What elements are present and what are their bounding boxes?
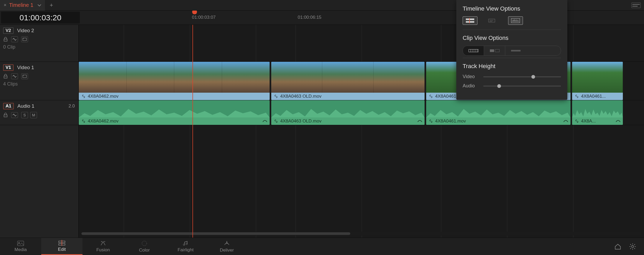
timeline-tab[interactable]: × Timeline 1 — [0, 0, 45, 11]
curve-icon[interactable] — [262, 119, 268, 123]
scrollbar-thumb[interactable] — [81, 232, 350, 235]
color-icon — [141, 240, 148, 247]
nav-fusion[interactable]: Fusion — [82, 238, 124, 255]
auto-select-icon[interactable] — [11, 73, 18, 79]
edit-icon — [58, 240, 65, 246]
simple-view-button[interactable] — [505, 46, 526, 55]
curve-icon[interactable] — [417, 119, 422, 123]
timeline-view-options-popover: Timeline View Options Clip View Options … — [456, 0, 567, 100]
stacked-timeline-button[interactable] — [463, 16, 477, 25]
svg-point-42 — [632, 245, 634, 248]
lock-icon[interactable] — [3, 74, 8, 79]
clip-view-segmented — [463, 46, 561, 56]
track-badge-a1[interactable]: A1 — [3, 103, 14, 109]
media-icon — [17, 241, 24, 246]
audio-clip[interactable]: 4X8A0461.mov — [426, 100, 571, 125]
video-clip[interactable]: 4X8A0463 OLD.mov — [271, 62, 425, 100]
close-icon[interactable]: × — [4, 2, 7, 8]
svg-rect-30 — [511, 50, 521, 51]
svg-point-4 — [23, 39, 24, 39]
nav-color[interactable]: Color — [124, 238, 165, 255]
audio-waveform-button[interactable] — [508, 16, 523, 25]
svg-rect-2 — [632, 6, 638, 7]
horizontal-scrollbar[interactable] — [81, 232, 641, 235]
track-name: Video 1 — [17, 65, 34, 70]
nav-edit[interactable]: Edit — [41, 238, 82, 255]
nav-media[interactable]: Media — [0, 238, 41, 255]
ruler-tick-label: 01:00:06:15 — [298, 15, 321, 20]
home-button[interactable] — [614, 243, 621, 250]
audio-height-label: Audio — [463, 83, 479, 89]
track-enable-icon[interactable] — [21, 73, 28, 79]
svg-point-38 — [102, 242, 103, 243]
svg-rect-3 — [23, 38, 26, 41]
clip-name: 4X8A0461... — [581, 94, 606, 99]
video-clip[interactable]: 4X8A0461... — [572, 62, 623, 100]
curve-icon[interactable] — [615, 119, 621, 123]
track-name: Video 2 — [17, 28, 34, 34]
track-badge-v2[interactable]: V2 — [3, 27, 13, 34]
clip-name: 4X8A0463 OLD.mov — [280, 94, 321, 99]
svg-point-6 — [23, 75, 24, 76]
chevron-down-icon[interactable] — [38, 4, 41, 7]
audio-clip[interactable]: 4X8A0463 OLD.mov — [271, 100, 425, 125]
track-enable-icon[interactable] — [21, 36, 28, 42]
link-icon — [429, 119, 433, 123]
ruler-tick-label: 01:00:03:07 — [192, 15, 216, 20]
popover-section-title: Track Height — [463, 63, 561, 70]
thumbnail-view-button[interactable] — [484, 46, 505, 55]
filmstrip-view-button[interactable] — [463, 46, 484, 55]
svg-point-37 — [104, 241, 105, 242]
track-header-v2[interactable]: V2 Video 2 0 Clip — [0, 25, 79, 62]
playhead-marker-icon[interactable] — [192, 11, 197, 14]
track-badge-v1[interactable]: V1 — [3, 64, 13, 71]
curve-icon[interactable] — [563, 119, 568, 123]
auto-select-icon[interactable] — [11, 36, 18, 42]
channel-config: 2.0 — [68, 103, 75, 109]
mute-button[interactable]: M — [30, 112, 37, 118]
add-timeline-button[interactable]: + — [50, 2, 53, 9]
svg-point-39 — [142, 241, 147, 246]
audio-clip[interactable]: 4X8A... — [572, 100, 623, 125]
svg-rect-29 — [495, 49, 499, 52]
settings-button[interactable] — [629, 243, 636, 250]
svg-rect-1 — [632, 4, 640, 5]
track-headers-panel: V2 Video 2 0 Clip V1 Video 1 4 Clips — [0, 25, 79, 238]
link-icon — [575, 95, 579, 98]
playhead-line[interactable] — [192, 25, 193, 238]
nav-fairlight[interactable]: Fairlight — [165, 238, 206, 255]
link-icon — [81, 119, 86, 123]
fusion-icon — [100, 240, 106, 246]
track-name: Audio 1 — [17, 103, 34, 109]
lock-icon[interactable] — [3, 113, 8, 117]
subtitle-track-button[interactable] — [485, 16, 500, 25]
clip-name: 4X8A... — [581, 119, 596, 124]
page-navigation: Media Edit Fusion Color Fairlight Delive… — [0, 238, 644, 255]
solo-button[interactable]: S — [21, 112, 28, 118]
svg-line-49 — [634, 244, 635, 245]
timecode-display[interactable]: 01:00:03:20 — [1, 12, 80, 23]
video-clip[interactable]: 4X8A0462.mov — [79, 62, 270, 100]
auto-select-icon[interactable] — [11, 112, 18, 118]
svg-rect-10 — [489, 19, 495, 22]
video-height-slider[interactable] — [483, 76, 561, 77]
svg-rect-28 — [490, 49, 494, 52]
audio-height-slider[interactable] — [483, 86, 561, 87]
svg-rect-5 — [23, 75, 26, 78]
nav-deliver[interactable]: Deliver — [206, 238, 247, 255]
audio-clip[interactable]: 4X8A0462.mov — [79, 100, 270, 125]
clip-count: 0 Clip — [3, 44, 75, 50]
track-row-a1[interactable]: 4X8A0462.mov4X8A0463 OLD.mov4X8A0461.mov… — [79, 100, 644, 125]
svg-rect-7 — [466, 18, 474, 20]
lock-icon[interactable] — [3, 37, 8, 42]
svg-rect-31 — [17, 241, 24, 246]
track-header-v1[interactable]: V1 Video 1 4 Clips — [0, 62, 79, 100]
svg-rect-0 — [632, 3, 641, 8]
link-icon — [429, 95, 433, 98]
timeline-view-options-button[interactable] — [631, 2, 644, 8]
clip-name: 4X8A0461.mov — [435, 119, 466, 124]
deliver-icon — [224, 240, 230, 247]
svg-point-36 — [101, 241, 102, 242]
track-header-a1[interactable]: A1 Audio 1 2.0 S M — [0, 100, 79, 125]
popover-section-title: Timeline View Options — [463, 5, 561, 12]
